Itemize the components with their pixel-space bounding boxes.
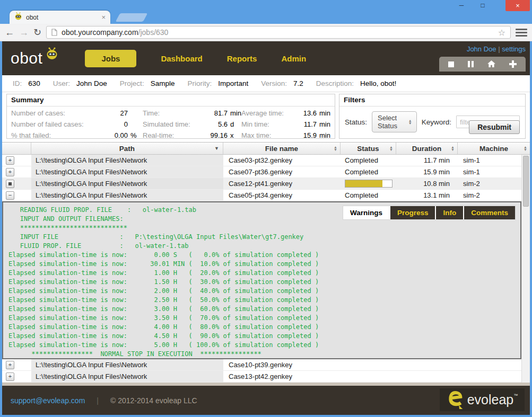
job-version: Version:7.2 bbox=[261, 79, 303, 87]
grid-scrollbar bbox=[521, 155, 530, 383]
stop-case-button[interactable] bbox=[6, 180, 14, 188]
add-icon[interactable] bbox=[509, 60, 517, 68]
column-status[interactable]: Status▲▼ bbox=[341, 143, 396, 154]
job-description: Description:Hello, obot! bbox=[316, 79, 397, 87]
nav-dashboard[interactable]: Dashboard bbox=[161, 54, 202, 63]
nav-jobs[interactable]: Jobs bbox=[85, 50, 136, 67]
back-icon[interactable]: ← bbox=[5, 28, 14, 37]
column-machine[interactable]: Machine▲▼ bbox=[458, 143, 530, 154]
brand-text: evoleap™ bbox=[467, 392, 518, 407]
maximize-button[interactable]: □ bbox=[475, 1, 491, 10]
expand-row-button[interactable]: + bbox=[6, 372, 14, 381]
browser-toolbar: ← → ↻ obot.yourcompany.com/jobs/630 ☆ bbox=[0, 24, 532, 41]
cell-path: L:\!testing\OLGA Input Files\Network bbox=[31, 155, 223, 166]
evoleap-logo: evoleap™ bbox=[440, 388, 525, 411]
grid-header: Path▼ File name▲▼ Status▲▼ Duration▲▼ Ma… bbox=[2, 143, 530, 155]
url-domain: obot.yourcompany.com bbox=[62, 28, 138, 37]
user-link[interactable]: John Doe bbox=[467, 45, 496, 53]
address-bar[interactable]: obot.yourcompany.com/jobs/630 ☆ bbox=[46, 26, 511, 39]
table-row-expanded: − L:\!testing\OLGA Input Files\Network C… bbox=[2, 190, 521, 201]
user-links: John Doe | settings bbox=[467, 45, 526, 53]
bookmark-star-icon[interactable]: ☆ bbox=[498, 28, 505, 38]
app-logo[interactable]: obot bbox=[11, 49, 58, 67]
job-id: ID:630 bbox=[13, 79, 40, 87]
keyword-label: Keyword: bbox=[422, 118, 451, 126]
grid-body: + L:\!testing\OLGA Input Files\Network C… bbox=[2, 155, 530, 383]
cell-duration: 13.1 min bbox=[396, 191, 458, 199]
cell-machine: sim-1 bbox=[458, 168, 521, 176]
settings-link[interactable]: settings bbox=[502, 45, 526, 53]
forward-icon[interactable]: → bbox=[19, 28, 29, 37]
pause-icon[interactable] bbox=[468, 61, 474, 67]
job-priority: Priority:Important bbox=[187, 79, 248, 87]
job-action-bar bbox=[439, 57, 526, 72]
tab-close-icon[interactable]: × bbox=[101, 14, 106, 21]
cell-path: L:\!testing\OLGA Input Files\Network bbox=[31, 359, 223, 370]
cell-machine: sim-2 bbox=[458, 191, 521, 199]
page-icon bbox=[51, 29, 57, 36]
column-path[interactable]: Path▼ bbox=[31, 143, 223, 154]
obot-robot-icon bbox=[46, 47, 58, 60]
panels-row: Summary Number of cases:27 Time:81.7min … bbox=[2, 92, 530, 142]
support-email-link[interactable]: support@evoleap.com bbox=[11, 396, 85, 405]
cell-status: Completed bbox=[341, 191, 396, 199]
expand-row-button[interactable]: + bbox=[6, 361, 14, 369]
case-detail-panel: READING FLUID PROP. FILE : ol-water-1.ta… bbox=[2, 201, 521, 359]
cell-file-name: Case13-pt42.genkey bbox=[223, 372, 341, 380]
cell-duration: 15.9 min bbox=[396, 168, 458, 176]
tab-info[interactable]: Info bbox=[435, 206, 463, 219]
expand-row-button[interactable]: + bbox=[6, 156, 14, 165]
case-progress-fill bbox=[345, 180, 382, 187]
tab-comments[interactable]: Comments bbox=[463, 206, 515, 219]
table-row-running: L:\!testing\OLGA Input Files\Network Cas… bbox=[2, 178, 521, 190]
stop-icon[interactable] bbox=[448, 61, 454, 67]
cell-path: L:\!testing\OLGA Input Files\Network bbox=[31, 190, 223, 201]
stop-square-icon bbox=[8, 182, 12, 185]
table-row: + L:\!testing\OLGA Input Files\Network C… bbox=[2, 359, 521, 371]
cell-file-name: Case10-pt39.genkey bbox=[223, 361, 341, 369]
collapse-row-button[interactable]: − bbox=[6, 191, 14, 200]
cell-status: Completed bbox=[341, 156, 396, 164]
cell-path: L:\!testing\OLGA Input Files\Network bbox=[31, 178, 223, 189]
tab-title: obot bbox=[26, 14, 98, 21]
home-icon[interactable] bbox=[487, 60, 495, 68]
table-row: + L:\!testing\OLGA Input Files\Network C… bbox=[2, 155, 521, 166]
reload-icon[interactable]: ↻ bbox=[33, 28, 41, 37]
tab-progress[interactable]: Progress bbox=[389, 206, 435, 219]
tab-warnings[interactable]: Warnings bbox=[343, 206, 389, 219]
column-file-name[interactable]: File name▲▼ bbox=[223, 143, 341, 154]
close-window-button[interactable]: × bbox=[505, 0, 530, 11]
page-content: obot Jobs Dashboard Reports Admin John D… bbox=[2, 41, 530, 415]
tab-strip: obot × bbox=[0, 11, 532, 24]
table-row: + L:\!testing\OLGA Input Files\Network C… bbox=[2, 371, 521, 383]
minimize-button[interactable]: ─ bbox=[453, 1, 469, 10]
nav-reports[interactable]: Reports bbox=[227, 54, 257, 63]
expand-row-button[interactable]: + bbox=[6, 168, 14, 176]
footer-separator: | bbox=[97, 396, 99, 405]
resubmit-button[interactable]: Resubmit bbox=[469, 120, 520, 134]
case-progress-bar bbox=[345, 180, 393, 188]
table-row: + L:\!testing\OLGA Input Files\Network C… bbox=[2, 166, 521, 178]
grid-scrollbar-thumb[interactable] bbox=[523, 156, 529, 207]
select-arrows-icon: ▲▼ bbox=[408, 119, 412, 125]
url-path: /jobs/630 bbox=[138, 28, 169, 37]
browser-tab[interactable]: obot × bbox=[10, 11, 110, 24]
status-select[interactable]: Select Status ▲▼ bbox=[372, 111, 417, 132]
nav-admin[interactable]: Admin bbox=[281, 54, 306, 63]
new-tab-button[interactable] bbox=[116, 13, 148, 22]
sort-both-icon: ▲▼ bbox=[524, 146, 527, 152]
link-separator: | bbox=[498, 45, 500, 53]
browser-window: ─ □ × obot × ← → ↻ obot.yourcom bbox=[0, 0, 532, 417]
sort-desc-icon: ▼ bbox=[214, 146, 219, 151]
sort-both-icon: ▲▼ bbox=[389, 146, 393, 152]
cell-file-name: Case12-pt41.genkey bbox=[223, 180, 341, 188]
summary-panel: Summary Number of cases:27 Time:81.7min … bbox=[6, 94, 335, 139]
column-duration[interactable]: Duration▲▼ bbox=[396, 143, 458, 154]
copyright-text: © 2012-2014 evoleap LLC bbox=[110, 396, 197, 405]
status-label: Status: bbox=[345, 118, 367, 126]
cell-duration: 10.8 min bbox=[396, 180, 458, 188]
grid-rows: + L:\!testing\OLGA Input Files\Network C… bbox=[2, 155, 521, 383]
browser-menu-icon[interactable] bbox=[516, 29, 527, 37]
cell-file-name: Case07-pt36.genkey bbox=[223, 168, 341, 176]
sort-both-icon: ▲▼ bbox=[451, 146, 455, 152]
